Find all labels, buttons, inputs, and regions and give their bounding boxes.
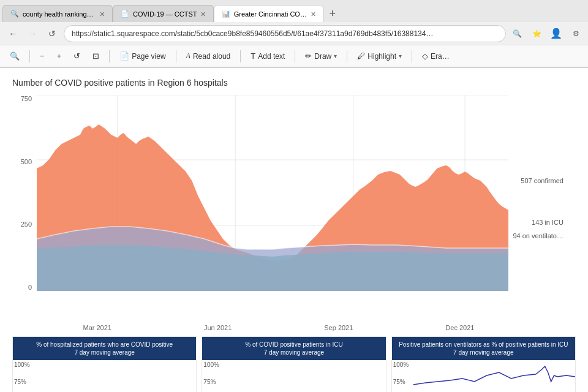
- forward-button[interactable]: →: [24, 26, 40, 42]
- read-aloud-label: Read aloud: [193, 52, 230, 61]
- rotate-icon: ↺: [74, 51, 80, 61]
- add-text-label: Add text: [258, 52, 285, 61]
- browser-chrome: 🔍 county health rankings - Google × 📄 CO…: [0, 0, 588, 68]
- chart-svg-container: [37, 95, 508, 291]
- x-label-mar: Mar 2021: [83, 324, 111, 331]
- search-tool-icon: 🔍: [10, 51, 20, 61]
- highlight-icon: 🖊: [357, 51, 365, 61]
- rotate-button[interactable]: ↺: [69, 49, 85, 63]
- chart-area: 750 500 250 0: [12, 95, 564, 322]
- bottom-chart-ventilator: Positive patients on ventilators as % of…: [391, 336, 576, 392]
- toolbar-divider-3: [176, 50, 176, 62]
- zoom-in-icon: +: [57, 51, 62, 61]
- address-bar-icons: 🔍 ⭐ 👤 ⚙: [510, 26, 583, 41]
- tab2-title: COVID-19 — CCTST: [133, 10, 197, 18]
- bottom-chart-3-body: 100% 75%: [392, 360, 575, 392]
- tab3-title: Greater Cincinnati COVID-19 Sit…: [234, 10, 307, 18]
- zoom-out-button[interactable]: −: [35, 49, 50, 63]
- highlight-button[interactable]: 🖊 Highlight ▾: [352, 49, 407, 63]
- y-label-750: 750: [21, 95, 32, 102]
- tab3-favicon: 📊: [222, 10, 230, 18]
- bottom-chart-2-body: 100% 75%: [202, 360, 385, 392]
- favorites-icon[interactable]: ⭐: [529, 26, 544, 41]
- url-box[interactable]: https://static1.squarespace.com/static/5…: [64, 25, 506, 42]
- bottom-chart-1-y1: 100%: [14, 361, 30, 368]
- confirmed-label: 507 confirmed: [521, 177, 564, 184]
- page-view-icon: 📄: [119, 51, 129, 61]
- fit-page-button[interactable]: ⊡: [88, 49, 104, 63]
- url-text: https://static1.squarespace.com/static/5…: [72, 29, 433, 38]
- toolbar-divider-7: [412, 50, 412, 62]
- page-view-button[interactable]: 📄 Page view: [115, 49, 170, 63]
- bottom-chart-2-y2: 75%: [203, 379, 216, 385]
- ventilator-sparkline: [407, 363, 575, 392]
- toolbar-divider-6: [347, 50, 347, 62]
- y-label-250: 250: [21, 221, 32, 228]
- reload-button[interactable]: ↺: [44, 26, 60, 42]
- y-label-0: 0: [28, 284, 32, 291]
- tab-cctst[interactable]: 📄 COVID-19 — CCTST ×: [113, 5, 214, 22]
- tab1-title: county health rankings - Google: [23, 10, 96, 18]
- main-content: Number of COVID positive patients in Reg…: [0, 68, 588, 392]
- read-aloud-button[interactable]: A Read aloud: [181, 49, 236, 63]
- tab2-close[interactable]: ×: [201, 9, 206, 19]
- address-bar: ← → ↺ https://static1.squarespace.com/st…: [0, 22, 588, 45]
- tab-bar: 🔍 county health rankings - Google × 📄 CO…: [0, 0, 588, 22]
- x-label-sep: Sep 2021: [324, 324, 353, 331]
- tab-covid19-site[interactable]: 📊 Greater Cincinnati COVID-19 Sit… ×: [214, 5, 324, 22]
- x-axis: Mar 2021 Jun 2021 Sep 2021 Dec 2021: [12, 324, 576, 331]
- tab-county-health[interactable]: 🔍 county health rankings - Google ×: [2, 5, 113, 22]
- bottom-chart-2-header: % of COVID positive patients in ICU7 day…: [202, 337, 385, 360]
- bottom-chart-3-y1: 100%: [393, 361, 409, 368]
- bottom-chart-2-y1: 100%: [203, 361, 219, 368]
- bottom-chart-1-y2: 75%: [14, 379, 26, 385]
- bottom-chart-1-body: 100% 75%: [13, 360, 196, 392]
- toolbar-divider-2: [109, 50, 110, 62]
- y-axis: 750 500 250 0: [12, 95, 37, 291]
- read-aloud-icon: A: [186, 51, 190, 61]
- draw-icon: ✏: [305, 51, 312, 61]
- back-button[interactable]: ←: [5, 26, 21, 42]
- search-tool-button[interactable]: 🔍: [5, 49, 24, 63]
- draw-button[interactable]: ✏ Draw ▾: [300, 49, 342, 63]
- erase-icon: ◇: [422, 51, 428, 61]
- pdf-toolbar: 🔍 − + ↺ ⊡ 📄 Page view A Read aloud T Add…: [0, 45, 588, 67]
- search-collections-icon[interactable]: 🔍: [510, 26, 524, 41]
- main-chart-svg: [37, 95, 508, 291]
- page-view-label: Page view: [132, 52, 165, 61]
- x-label-dec: Dec 2021: [445, 324, 474, 331]
- bottom-charts: % of hospitalized patients who are COVID…: [12, 336, 576, 392]
- highlight-label: Highlight: [368, 52, 396, 61]
- profile-icon[interactable]: 👤: [549, 26, 564, 41]
- bottom-chart-3-header: Positive patients on ventilators as % of…: [392, 337, 575, 360]
- add-text-icon: T: [251, 51, 255, 61]
- bottom-chart-1-header: % of hospitalized patients who are COVID…: [13, 337, 196, 360]
- draw-arrow: ▾: [334, 53, 337, 59]
- zoom-in-button[interactable]: +: [52, 49, 67, 63]
- tab1-close[interactable]: ×: [100, 9, 105, 19]
- ventilator-label: 94 on ventilato…: [513, 232, 564, 239]
- y-label-500: 500: [21, 158, 32, 165]
- highlight-arrow: ▾: [399, 53, 402, 59]
- icu-label: 143 in ICU: [532, 219, 564, 226]
- chart-right-labels: 507 confirmed 143 in ICU 94 on ventilato…: [508, 95, 564, 291]
- toolbar-divider-4: [240, 50, 241, 62]
- bottom-chart-3-y2: 75%: [393, 379, 405, 385]
- erase-label: Era…: [431, 52, 450, 61]
- settings-icon[interactable]: ⚙: [568, 26, 583, 41]
- bottom-chart-hospitalized: % of hospitalized patients who are COVID…: [12, 336, 197, 392]
- x-label-jun: Jun 2021: [204, 324, 232, 331]
- new-tab-button[interactable]: +: [324, 5, 341, 22]
- tab3-close[interactable]: ×: [311, 9, 316, 19]
- toolbar-divider-5: [295, 50, 295, 62]
- toolbar-divider-1: [29, 50, 30, 62]
- erase-button[interactable]: ◇ Era…: [417, 49, 454, 63]
- add-text-button[interactable]: T Add text: [246, 49, 290, 63]
- tab1-favicon: 🔍: [10, 10, 19, 18]
- fit-page-icon: ⊡: [92, 51, 99, 61]
- tab2-favicon: 📄: [121, 10, 129, 18]
- draw-label: Draw: [314, 52, 331, 61]
- chart-title: Number of COVID positive patients in Reg…: [12, 78, 576, 88]
- zoom-out-icon: −: [40, 51, 45, 61]
- bottom-chart-icu: % of COVID positive patients in ICU7 day…: [202, 336, 386, 392]
